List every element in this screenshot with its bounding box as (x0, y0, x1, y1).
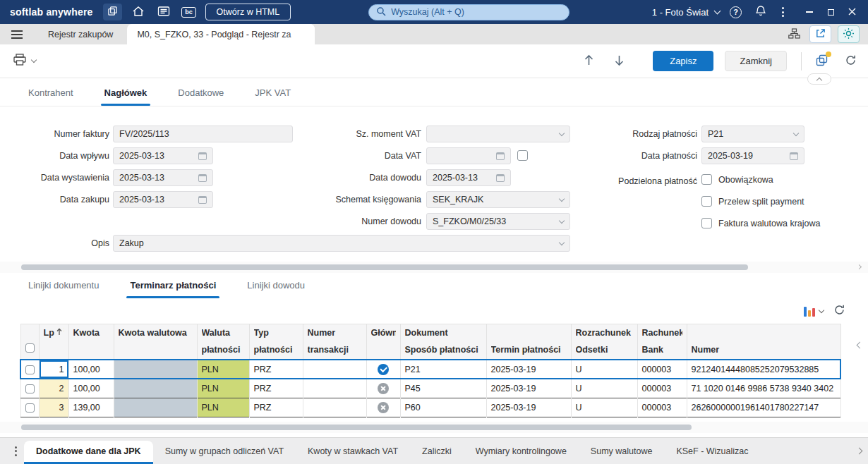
refresh-grid-button[interactable] (833, 304, 845, 318)
chart-view-button[interactable] (804, 306, 824, 317)
cell-typ-platnosci[interactable]: PRZ (249, 360, 303, 379)
cell-termin-platnosci[interactable]: 2025-03-19 (486, 360, 571, 379)
field-data-dowodu[interactable]: 2025-03-13 (426, 169, 511, 186)
close-document-button[interactable]: Zamknij (725, 51, 787, 71)
field-data-wplywu[interactable]: 2025-03-13 (113, 147, 213, 164)
bottom-tabs-menu-button[interactable] (7, 438, 24, 464)
horizontal-scrollbar-thumb[interactable] (21, 425, 692, 430)
bc-button[interactable]: bc (180, 4, 198, 20)
main-menu-button[interactable] (0, 24, 34, 44)
windows-button[interactable] (103, 4, 122, 20)
cell-waluta-platnosci[interactable]: PLN (197, 398, 249, 417)
cell-sposob-platnosci[interactable]: P45 (400, 379, 486, 398)
cell-sposob-platnosci[interactable]: P21 (400, 360, 486, 379)
checkbox-przelew-split[interactable]: Przelew split payment (701, 196, 804, 207)
cell-odsetki[interactable]: U (571, 379, 637, 398)
notifications-button[interactable] (752, 4, 770, 20)
tab-kwoty-stawki-vat[interactable]: Kwoty w stawkach VAT (296, 438, 410, 464)
move-down-button[interactable] (614, 54, 625, 68)
cell-sposob-platnosci[interactable]: P60 (400, 398, 486, 417)
cell-bank[interactable]: 000003 (637, 360, 687, 379)
row-checkbox[interactable] (25, 403, 35, 413)
maximize-button[interactable] (820, 3, 841, 21)
header-kwota[interactable]: Kwota (68, 324, 114, 360)
header-lp[interactable]: Lp2 (39, 324, 68, 360)
cell-numer-rachunku[interactable]: 26260000001961401780227147 (687, 398, 840, 417)
collapse-right-panel-button[interactable] (857, 339, 862, 350)
cell-numer-transakcji[interactable] (303, 360, 366, 379)
cell-typ-platnosci[interactable]: PRZ (249, 379, 303, 398)
checkbox-faktura-walutowa[interactable]: Faktura walutowa krajowa (701, 218, 821, 228)
open-in-html-button[interactable]: Otwórz w HTML (205, 4, 291, 20)
hierarchy-button[interactable] (785, 25, 803, 43)
cell-numer-rachunku[interactable]: 92124014448085252079532885 (687, 360, 840, 379)
tab-dodatkowe-dane-jpk[interactable]: Dodatkowe dane dla JPK (24, 441, 153, 464)
copy-window-button[interactable] (816, 54, 828, 68)
close-button[interactable] (841, 3, 862, 21)
help-button[interactable]: ? (730, 6, 742, 18)
collapse-header-button[interactable] (807, 73, 831, 85)
field-opis[interactable]: Zakup (113, 235, 570, 252)
cell-odsetki[interactable]: U (571, 398, 637, 417)
cell-waluta-platnosci[interactable]: PLN (197, 360, 249, 379)
company-selector[interactable]: 1 - Foto Świat (652, 7, 720, 18)
header-numer-transakcji[interactable]: Numertransakcji (303, 324, 366, 360)
cell-termin-platnosci[interactable]: 2025-03-19 (486, 398, 571, 417)
cell-select[interactable] (20, 360, 39, 379)
field-data-zakupu[interactable]: 2025-03-13 (113, 191, 213, 208)
cell-select[interactable] (20, 398, 39, 417)
refresh-button[interactable] (845, 54, 857, 68)
field-rodzaj-platnosci[interactable]: P21 (701, 126, 804, 142)
header-numer-rachunku[interactable]: Numer (687, 324, 840, 360)
field-schemat-ksiegowania[interactable]: SEK_KRAJK (426, 191, 570, 208)
horizontal-scrollbar-thumb[interactable] (21, 264, 748, 270)
cell-kwota-walutowa[interactable] (114, 360, 197, 379)
cell-kwota-walutowa[interactable] (114, 379, 197, 398)
table-row[interactable]: 1 100,00 PLN PRZ P21 2025-03-19 U 000003… (20, 360, 840, 379)
header-termin-platnosci[interactable]: Termin płatności (486, 324, 571, 360)
field-data-wystawienia[interactable]: 2025-03-13 (113, 169, 213, 186)
tab-podglad-rejestr[interactable]: M0, S_FZKO, 33 - Podgląd - Rejestr za (127, 24, 315, 44)
more-menu-button[interactable] (780, 7, 786, 17)
cell-numer-transakcji[interactable] (303, 379, 366, 398)
tab-terminarz-platnosci[interactable]: Terminarz płatności (130, 280, 216, 298)
tab-naglowek[interactable]: Nagłówek (104, 87, 147, 106)
cell-termin-platnosci[interactable]: 2025-03-19 (486, 379, 571, 398)
minimize-button[interactable] (799, 3, 820, 21)
tab-dodatkowe[interactable]: Dodatkowe (178, 87, 224, 106)
header-sposob-platnosci[interactable]: DokumentSposób płatności (400, 324, 486, 360)
field-numer-dowodu[interactable]: S_FZKO/M0/25/33 (426, 213, 570, 230)
header-glowny[interactable]: Główny (366, 324, 400, 360)
share-button[interactable] (809, 25, 831, 43)
data-vat-checkbox[interactable] (517, 150, 528, 161)
search-input[interactable] (391, 7, 562, 17)
cell-glowny[interactable] (366, 379, 400, 398)
select-all-checkbox[interactable] (25, 343, 35, 353)
cell-kwota[interactable]: 100,00 (68, 379, 114, 398)
tab-linijki-dowodu[interactable]: Linijki dowodu (247, 280, 305, 298)
cell-bank[interactable]: 000003 (637, 379, 687, 398)
tab-sumy-walutowe[interactable]: Sumy walutowe (579, 438, 665, 464)
cell-odsetki[interactable]: U (571, 360, 637, 379)
row-checkbox[interactable] (25, 365, 35, 374)
tab-sumy-grupy-odliczen-vat[interactable]: Sumy w grupach odliczeń VAT (153, 438, 296, 464)
theme-button[interactable] (838, 25, 860, 43)
home-button[interactable] (129, 4, 147, 20)
table-row[interactable]: 2 100,00 PLN PRZ P45 2025-03-19 U 000003… (20, 379, 840, 398)
tab-jpk-vat[interactable]: JPK VAT (255, 87, 291, 106)
header-kwota-walutowa[interactable]: Kwota walutowa (114, 324, 197, 360)
field-data-platnosci[interactable]: 2025-03-19 (701, 147, 804, 164)
checkbox-obowiazkowa[interactable]: Obowiązkowa (701, 174, 773, 185)
tab-rejestr-zakupow[interactable]: Rejestr zakupów (34, 24, 127, 44)
tab-ksef-wizualizacja[interactable]: KSeF - Wizualizac (664, 438, 752, 464)
cell-numer-transakcji[interactable] (303, 398, 366, 417)
cell-kwota-walutowa[interactable] (114, 398, 197, 417)
table-row[interactable]: 3 139,00 PLN PRZ P60 2025-03-19 U 000003… (20, 398, 840, 417)
tab-zaliczki[interactable]: Zaliczki (410, 438, 464, 464)
cell-numer-rachunku[interactable]: 71 1020 0146 9986 5738 9340 3402 (687, 379, 840, 398)
cell-typ-platnosci[interactable]: PRZ (249, 398, 303, 417)
header-waluta-platnosci[interactable]: Walutapłatności (197, 324, 249, 360)
apps-button[interactable] (155, 4, 173, 20)
header-odsetki[interactable]: RozrachunekOdsetki (571, 324, 637, 360)
tab-linijki-dokumentu[interactable]: Linijki dokumentu (28, 280, 99, 298)
